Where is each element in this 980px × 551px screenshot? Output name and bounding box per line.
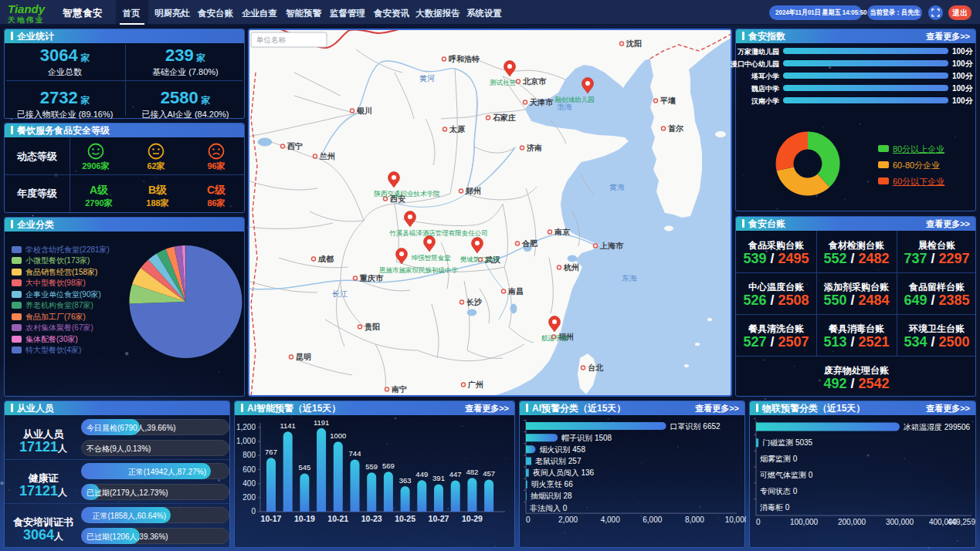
svg-text:成都: 成都 bbox=[317, 255, 334, 263]
svg-text:西宁: 西宁 bbox=[287, 142, 303, 150]
svg-text:449: 449 bbox=[415, 470, 428, 478]
svg-text:帽子识别 1508: 帽子识别 1508 bbox=[561, 434, 612, 442]
svg-text:冰箱温湿度 299506: 冰箱温湿度 299506 bbox=[904, 423, 971, 431]
svg-text:10-29: 10-29 bbox=[462, 514, 483, 523]
svg-text:569: 569 bbox=[382, 461, 395, 470]
svg-text:石家庄: 石家庄 bbox=[492, 113, 516, 122]
svg-text:482: 482 bbox=[466, 468, 478, 476]
svg-text:首尔: 首尔 bbox=[668, 124, 684, 133]
svg-text:0: 0 bbox=[526, 516, 531, 524]
svg-text:口罩识别 6652: 口罩识别 6652 bbox=[670, 422, 721, 431]
svg-text:8,000: 8,000 bbox=[685, 516, 704, 524]
svg-text:可燃气体监测 0: 可燃气体监测 0 bbox=[759, 471, 813, 479]
svg-text:兰州: 兰州 bbox=[319, 152, 335, 161]
svg-text:专间状态 0: 专间状态 0 bbox=[760, 487, 798, 495]
svg-text:559: 559 bbox=[365, 462, 378, 471]
svg-text:447: 447 bbox=[449, 470, 462, 478]
svg-text:1,000: 1,000 bbox=[236, 437, 256, 445]
svg-text:1141: 1141 bbox=[280, 421, 295, 430]
svg-text:恩施市施家坝民族初级中学: 恩施市施家坝民族初级中学 bbox=[378, 266, 459, 274]
svg-text:363: 363 bbox=[399, 476, 412, 485]
svg-text:呼和浩特: 呼和浩特 bbox=[449, 55, 480, 63]
svg-text:竹溪县福泽酒店管理有限责任公司: 竹溪县福泽酒店管理有限责任公司 bbox=[389, 229, 488, 237]
svg-text:银川: 银川 bbox=[356, 106, 372, 115]
svg-text:10,000: 10,000 bbox=[725, 516, 746, 524]
svg-text:南昌: 南昌 bbox=[508, 287, 524, 296]
svg-text:门磁监测 5035: 门磁监测 5035 bbox=[762, 438, 812, 447]
svg-text:济南: 济南 bbox=[526, 144, 542, 152]
svg-text:郑州: 郑州 bbox=[465, 187, 481, 195]
svg-text:200,000: 200,000 bbox=[838, 518, 866, 526]
svg-text:航运学校: 航运学校 bbox=[541, 334, 568, 342]
svg-text:449,259: 449,259 bbox=[948, 518, 976, 526]
svg-text:391: 391 bbox=[432, 474, 445, 482]
svg-text:合肥: 合肥 bbox=[521, 239, 537, 248]
svg-text:广州: 广州 bbox=[467, 380, 483, 389]
svg-text:黄河: 黄河 bbox=[419, 74, 435, 83]
svg-text:10-17: 10-17 bbox=[261, 514, 282, 523]
svg-text:457: 457 bbox=[483, 469, 495, 478]
svg-text:非法闯入 0: 非法闯入 0 bbox=[530, 504, 568, 512]
svg-text:渤海: 渤海 bbox=[557, 103, 572, 111]
svg-text:南京: 南京 bbox=[554, 228, 571, 236]
svg-text:长江: 长江 bbox=[332, 289, 348, 298]
svg-text:上海市: 上海市 bbox=[599, 242, 624, 250]
svg-text:0: 0 bbox=[756, 518, 761, 526]
svg-text:2,000: 2,000 bbox=[558, 516, 578, 524]
svg-text:200: 200 bbox=[242, 493, 256, 502]
svg-text:长沙: 长沙 bbox=[466, 298, 483, 306]
svg-text:545: 545 bbox=[298, 463, 310, 472]
svg-text:单位名称: 单位名称 bbox=[256, 35, 287, 44]
svg-text:北京市: 北京市 bbox=[522, 77, 547, 86]
svg-text:昆明: 昆明 bbox=[296, 353, 311, 361]
svg-text:400: 400 bbox=[242, 479, 256, 488]
svg-text:烟火识别 458: 烟火识别 458 bbox=[540, 445, 586, 454]
svg-text:樊城第二小学: 樊城第二小学 bbox=[460, 255, 500, 263]
svg-text:杭州: 杭州 bbox=[563, 263, 579, 272]
svg-text:10-23: 10-23 bbox=[361, 514, 382, 523]
svg-text:10-19: 10-19 bbox=[294, 514, 315, 523]
svg-text:6,000: 6,000 bbox=[643, 516, 662, 524]
svg-text:测试社营: 测试社营 bbox=[489, 79, 517, 86]
svg-text:平壤: 平壤 bbox=[660, 96, 677, 105]
svg-text:767: 767 bbox=[265, 448, 277, 456]
svg-text:744: 744 bbox=[349, 449, 361, 458]
svg-text:4,000: 4,000 bbox=[601, 516, 620, 524]
svg-text:黄海: 黄海 bbox=[609, 183, 625, 191]
svg-text:太原: 太原 bbox=[449, 125, 466, 134]
svg-text:800: 800 bbox=[242, 451, 256, 459]
svg-text:10-25: 10-25 bbox=[395, 514, 415, 523]
svg-text:南宁: 南宁 bbox=[392, 385, 407, 394]
svg-text:融创城幼儿园: 融创城幼儿园 bbox=[555, 96, 595, 103]
svg-text:300,000: 300,000 bbox=[886, 518, 914, 526]
svg-text:1,200: 1,200 bbox=[236, 423, 256, 431]
svg-text:烟雾监测 0: 烟雾监测 0 bbox=[760, 455, 798, 463]
svg-text:明火烹饪 66: 明火烹饪 66 bbox=[531, 480, 573, 488]
svg-text:100,000: 100,000 bbox=[790, 518, 819, 526]
svg-text:老鼠识别 257: 老鼠识别 257 bbox=[535, 457, 582, 465]
svg-text:陕西交通职业技术学院: 陕西交通职业技术学院 bbox=[375, 190, 441, 198]
svg-text:沈阳: 沈阳 bbox=[626, 39, 642, 48]
svg-text:1191: 1191 bbox=[314, 418, 329, 427]
svg-text:消毒柜 0: 消毒柜 0 bbox=[760, 503, 790, 512]
svg-text:重庆市: 重庆市 bbox=[359, 274, 384, 282]
svg-text:1000: 1000 bbox=[330, 431, 346, 440]
svg-text:10-27: 10-27 bbox=[429, 514, 449, 523]
svg-text:东海: 东海 bbox=[622, 274, 637, 282]
svg-text:0: 0 bbox=[251, 507, 256, 516]
svg-text:天津市: 天津市 bbox=[529, 98, 554, 106]
svg-text:夜间人员闯入 136: 夜间人员闯入 136 bbox=[533, 468, 595, 477]
svg-text:10-21: 10-21 bbox=[327, 514, 348, 523]
svg-text:台北: 台北 bbox=[588, 363, 604, 372]
svg-text:600: 600 bbox=[242, 465, 256, 474]
svg-text:贵阳: 贵阳 bbox=[364, 323, 380, 331]
svg-text:坤强智慧食堂: 坤强智慧食堂 bbox=[411, 254, 452, 262]
svg-text:抽烟识别 28: 抽烟识别 28 bbox=[531, 492, 572, 500]
